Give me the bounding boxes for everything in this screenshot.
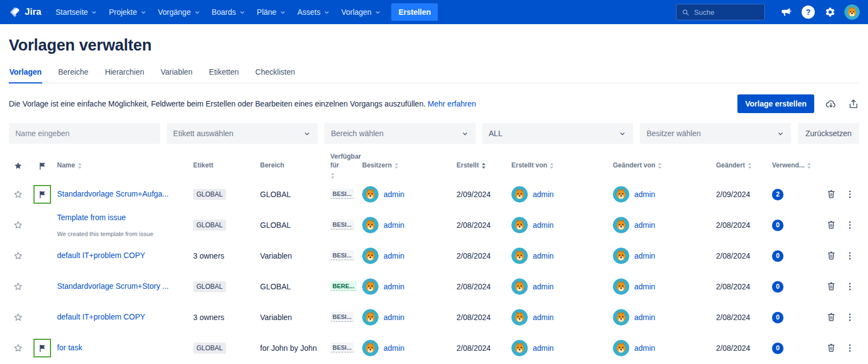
flag-highlight-box[interactable] [33,339,51,357]
name-filter [9,123,160,144]
tab-etiketten[interactable]: Etiketten [208,68,239,83]
reset-filters-button[interactable]: Zurücksetzen [798,123,859,144]
global-search[interactable] [676,4,765,20]
tab-checklisten[interactable]: Checklisten [255,68,295,83]
column-header-geaendert[interactable]: Geändert [716,161,772,170]
template-name-link[interactable]: Standardvorlage Scrum+Aufga... [57,189,169,198]
owner-link[interactable]: admin [384,221,404,229]
owner-link[interactable]: admin [384,190,404,199]
label-filter-select[interactable]: Etikett auswählen [167,123,318,144]
create-button[interactable]: Erstellen [391,3,438,21]
search-input[interactable] [694,8,754,16]
available-for-badge: BERE... [330,281,357,291]
export-icon[interactable] [848,98,859,110]
created-by-link[interactable]: admin [533,251,554,260]
import-cloud-icon[interactable] [825,98,837,110]
template-name-link[interactable]: for task [57,343,82,352]
created-by-link[interactable]: admin [533,221,554,229]
template-name-link[interactable]: default IT+problem COPY [57,251,145,260]
column-header-besitzern[interactable]: Besitzern [362,161,456,170]
owner-filter-select[interactable]: Besitzer wählen [640,123,791,144]
availability-filter-select[interactable]: ALL [482,123,634,144]
user-avatar-icon [511,309,528,326]
tab-vorlagen[interactable]: Vorlagen [9,68,42,83]
more-actions-icon[interactable] [845,189,855,199]
settings-button[interactable] [821,3,839,21]
star-icon[interactable] [13,220,23,230]
template-name-link[interactable]: Template from issue [57,213,126,222]
flag-highlight-box[interactable] [33,185,51,204]
column-header-geaendert-von[interactable]: Geändert von [613,161,716,170]
template-name-link[interactable]: default IT+problem COPY [57,312,145,321]
nav-item-vorlagen[interactable]: Vorlagen [336,3,387,21]
star-icon[interactable] [13,343,23,353]
created-by-link[interactable]: admin [533,190,554,199]
modified-date: 2/08/2024 [716,251,772,260]
create-template-button[interactable]: Vorlage erstellen [737,94,814,113]
delete-icon[interactable] [826,189,836,199]
announcements-button[interactable] [777,3,796,21]
nav-item-plaene[interactable]: Pläne [251,3,292,21]
owner-link[interactable]: admin [384,313,404,322]
modified-by-link[interactable]: admin [634,282,655,291]
delete-icon[interactable] [826,282,836,292]
nav-item-boards[interactable]: Boards [206,3,251,21]
available-for-badge: BESI... [330,343,354,352]
modified-date: 2/08/2024 [716,282,772,291]
template-name-link[interactable]: Standardvorlage Scrum+Story ... [57,282,169,290]
column-header-verwendungen[interactable]: Verwend... [772,161,816,170]
profile-button[interactable] [843,3,861,21]
sort-icon [807,163,811,169]
nav-item-vorgaenge[interactable]: Vorgänge [153,3,206,21]
tab-variablen[interactable]: Variablen [160,68,193,83]
star-icon[interactable] [13,251,23,261]
page-content: Vorlagen verwalten Vorlagen Bereiche Hie… [0,36,868,363]
more-actions-icon[interactable] [845,251,855,261]
created-by-link[interactable]: admin [533,282,554,291]
column-header-name[interactable]: Name [57,161,193,170]
scope-cell: GLOBAL [260,221,330,229]
owner-link[interactable]: admin [384,282,404,291]
tab-bereiche[interactable]: Bereiche [58,68,89,83]
name-filter-input[interactable] [15,129,154,138]
jira-logo[interactable]: Jira [7,6,50,18]
delete-icon[interactable] [826,251,836,261]
created-by-link[interactable]: admin [533,313,554,322]
column-header-erstellt-von[interactable]: Erstellt von [511,161,613,170]
filter-bar: Etikett auswählen Bereich wählen ALL Bes… [9,123,859,144]
available-for-badge: BESI... [330,250,354,260]
nav-item-projekte[interactable]: Projekte [103,3,152,21]
nav-item-assets[interactable]: Assets [292,3,336,21]
created-by-link[interactable]: admin [533,344,554,352]
modified-by-link[interactable]: admin [634,251,655,260]
owner-link[interactable]: admin [384,344,404,352]
star-icon[interactable] [13,189,23,199]
sort-icon [330,172,335,179]
delete-icon[interactable] [826,343,836,353]
modified-by-link[interactable]: admin [634,313,655,322]
page-title: Vorlagen verwalten [9,36,859,54]
more-actions-icon[interactable] [845,312,855,322]
learn-more-link[interactable]: Mehr erfahren [428,99,476,108]
scope-filter-select[interactable]: Bereich wählen [324,123,476,144]
help-button[interactable]: ? [799,3,818,21]
star-header-icon[interactable] [13,161,23,171]
delete-icon[interactable] [826,312,836,322]
delete-icon[interactable] [826,220,836,230]
tab-hierarchien[interactable]: Hierarchien [104,68,145,83]
page-description: Die Vorlage ist eine einfache Möglichkei… [9,99,476,108]
nav-item-startseite[interactable]: Startseite [50,3,103,21]
modified-by-link[interactable]: admin [634,190,655,199]
column-header-erstellt[interactable]: Erstellt [456,161,511,170]
star-icon[interactable] [13,312,23,322]
modified-by-link[interactable]: admin [634,221,655,229]
owner-link[interactable]: admin [384,251,404,260]
more-actions-icon[interactable] [845,343,855,353]
flag-header-icon[interactable] [38,161,47,171]
modified-by-link[interactable]: admin [634,344,655,352]
column-header-verfuegbar-fuer[interactable]: Verfügbar für [330,153,362,178]
user-avatar-icon [362,217,379,233]
star-icon[interactable] [13,282,23,292]
more-actions-icon[interactable] [845,220,855,230]
more-actions-icon[interactable] [845,282,855,292]
